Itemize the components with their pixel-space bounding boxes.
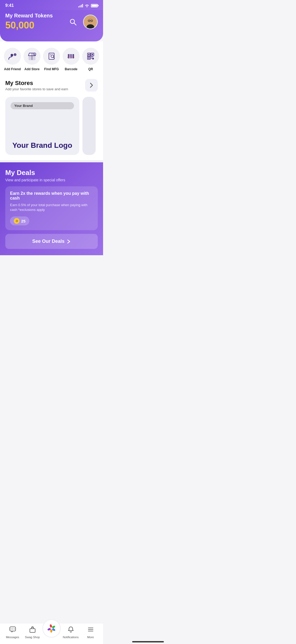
quick-actions: Add Friend Add Store: [0, 41, 103, 74]
action-add-store[interactable]: Add Store: [24, 48, 40, 71]
section-header-left: My Stores Add your favorite stores to sa…: [5, 80, 68, 91]
my-stores-subtitle: Add your favorite stores to save and ear…: [5, 87, 68, 91]
search-button[interactable]: [67, 16, 79, 28]
add-friend-label: Add Friend: [4, 67, 21, 71]
add-store-icon-wrap: [24, 48, 40, 65]
qr-label: QR: [88, 67, 93, 71]
deal-tokens-value: 25: [21, 219, 26, 223]
qr-icon: [86, 52, 95, 60]
svg-rect-37: [92, 58, 94, 59]
header-tokens: 50,000: [5, 20, 53, 31]
see-deals-chevron-icon: [67, 239, 71, 244]
battery-icon: [91, 4, 98, 7]
barcode-icon: [67, 52, 75, 60]
action-barcode[interactable]: Barcode: [63, 48, 80, 71]
deal-card-desc: Earn 0.5% of your total purchase when pa…: [10, 203, 93, 212]
chevron-right-icon: [90, 83, 93, 88]
token-coin-icon: ⊙: [14, 218, 20, 224]
status-bar: 9:41: [0, 0, 103, 10]
deal-card-title: Earn 2x the rewards when you pay with ca…: [10, 191, 93, 201]
find-mfg-icon: [47, 52, 56, 60]
signal-icon: [78, 4, 83, 7]
store-logo: Your Brand Logo: [11, 141, 74, 150]
svg-rect-26: [73, 54, 74, 58]
svg-point-8: [11, 54, 13, 56]
wifi-icon: [85, 4, 89, 7]
deals-subtitle: View and participate in special offers: [5, 178, 98, 182]
header-right: [67, 15, 98, 29]
store-badge: Your Brand: [11, 102, 74, 109]
svg-line-1: [74, 23, 76, 25]
svg-rect-35: [92, 56, 93, 57]
stores-chevron-button[interactable]: [85, 79, 98, 92]
status-time: 9:41: [5, 3, 14, 8]
deal-tokens: ⊙ 25: [10, 216, 29, 225]
barcode-icon-wrap: [63, 48, 80, 65]
add-store-icon: [28, 52, 36, 60]
action-find-mfg[interactable]: Find MFG: [43, 48, 60, 71]
header-title: My Reward Tokens: [5, 13, 53, 19]
svg-rect-29: [88, 54, 90, 55]
avatar[interactable]: [83, 15, 98, 29]
add-friend-icon: [8, 52, 17, 60]
action-qr[interactable]: QR: [82, 48, 99, 71]
svg-rect-25: [72, 54, 72, 58]
deal-card[interactable]: Earn 2x the rewards when you pay with ca…: [5, 186, 98, 230]
find-mfg-icon-wrap: [43, 48, 60, 65]
deals-title: My Deals: [5, 169, 98, 177]
see-deals-button[interactable]: See Our Deals: [5, 234, 98, 249]
svg-rect-22: [68, 54, 69, 58]
find-mfg-label: Find MFG: [44, 67, 59, 71]
stores-scroll: Your Brand Your Brand Logo: [0, 94, 103, 160]
my-stores-title: My Stores: [5, 80, 68, 87]
section-divider: [0, 160, 103, 162]
add-friend-icon-wrap: [4, 48, 21, 65]
svg-rect-31: [92, 54, 93, 55]
svg-rect-33: [88, 57, 90, 59]
header-left: My Reward Tokens 50,000: [5, 13, 53, 31]
search-icon: [69, 18, 77, 26]
svg-rect-24: [71, 54, 71, 58]
header: My Reward Tokens 50,000: [0, 10, 103, 41]
store-card[interactable]: Your Brand Your Brand Logo: [5, 97, 79, 155]
status-icons: [78, 4, 98, 7]
svg-point-3: [88, 18, 93, 23]
qr-icon-wrap: [82, 48, 99, 65]
barcode-label: Barcode: [65, 67, 77, 71]
add-store-label: Add Store: [24, 67, 39, 71]
svg-rect-36: [91, 58, 92, 59]
svg-rect-23: [70, 54, 70, 58]
store-card-partial: [82, 97, 96, 155]
deals-section: My Deals View and participate in special…: [0, 162, 103, 255]
svg-rect-34: [91, 56, 92, 57]
see-deals-label: See Our Deals: [32, 239, 64, 244]
avatar-image: [84, 15, 97, 29]
my-stores-header: My Stores Add your favorite stores to sa…: [0, 74, 103, 94]
action-add-friend[interactable]: Add Friend: [4, 48, 21, 71]
